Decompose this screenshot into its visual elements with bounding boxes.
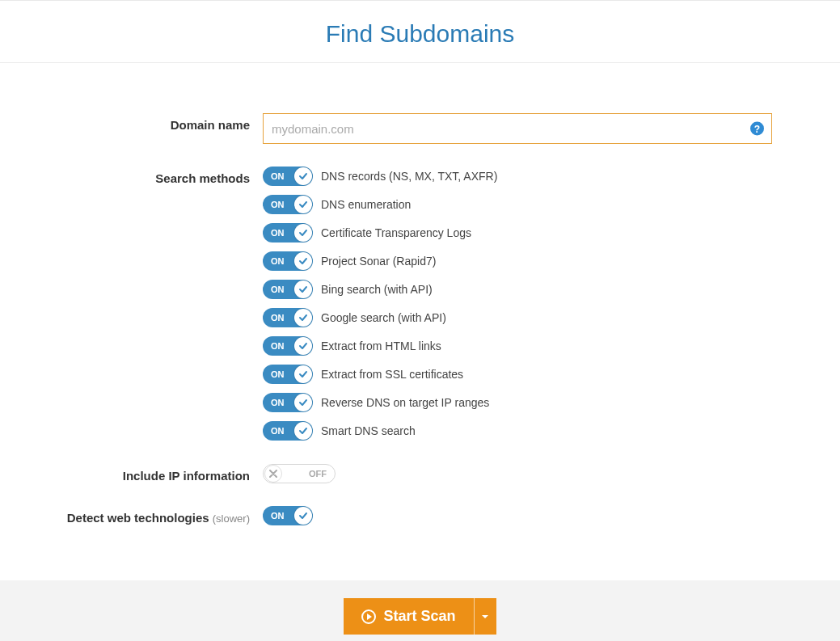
toggle-on-text: ON (271, 200, 285, 209)
method-toggle[interactable]: ON (263, 167, 313, 186)
start-scan-button[interactable]: Start Scan (344, 598, 473, 635)
check-icon (294, 365, 312, 383)
scan-dropdown-button[interactable] (474, 598, 496, 635)
page-header: Find Subdomains (0, 1, 840, 63)
method-line: ONCertificate Transparency Logs (263, 223, 775, 242)
method-line: ONReverse DNS on target IP ranges (263, 393, 775, 412)
check-icon (294, 309, 312, 327)
check-icon (294, 422, 312, 440)
method-line: ONExtract from SSL certificates (263, 365, 775, 384)
footer-bar: Start Scan Start or Schedule a scan (0, 580, 840, 641)
form: Domain name ? Search methods ONDNS recor… (0, 63, 840, 580)
method-toggle[interactable]: ON (263, 223, 313, 242)
method-label: Certificate Transparency Logs (321, 226, 471, 239)
method-toggle[interactable]: ON (263, 421, 313, 441)
toggle-on-text: ON (271, 256, 285, 266)
method-label: Extract from HTML links (321, 339, 441, 352)
include-ip-toggle[interactable]: OFF (263, 464, 336, 483)
search-methods-row: Search methods ONDNS records (NS, MX, TX… (65, 167, 775, 449)
method-line: ONDNS records (NS, MX, TXT, AXFR) (263, 167, 775, 186)
method-toggle[interactable]: ON (263, 336, 313, 356)
check-icon (294, 280, 312, 298)
method-toggle[interactable]: ON (263, 365, 313, 384)
toggle-on-text: ON (271, 313, 285, 323)
include-ip-row: Include IP information OFF (65, 464, 775, 483)
method-line: ONExtract from HTML links (263, 336, 775, 356)
domain-input[interactable] (263, 113, 772, 144)
scan-button-group: Start Scan (344, 598, 496, 635)
toggle-on-text: ON (271, 511, 285, 521)
detect-tech-toggle[interactable]: ON (263, 506, 313, 525)
x-icon (264, 465, 282, 483)
check-icon (294, 337, 312, 355)
method-toggle[interactable]: ON (263, 195, 313, 214)
domain-row: Domain name ? (65, 113, 775, 144)
method-toggle[interactable]: ON (263, 280, 313, 299)
method-label: DNS records (NS, MX, TXT, AXFR) (321, 170, 497, 183)
method-label: Smart DNS search (321, 424, 416, 437)
method-label: Reverse DNS on target IP ranges (321, 396, 489, 409)
method-line: ONGoogle search (with API) (263, 308, 775, 327)
toggle-on-text: ON (271, 369, 285, 379)
toggle-on-text: ON (271, 285, 285, 294)
check-icon (294, 196, 312, 213)
include-ip-label: Include IP information (65, 464, 263, 483)
check-icon (294, 252, 312, 270)
start-scan-label: Start Scan (383, 608, 455, 625)
check-icon (294, 507, 312, 525)
method-line: ONBing search (with API) (263, 280, 775, 299)
method-toggle[interactable]: ON (263, 393, 313, 412)
method-line: ONDNS enumeration (263, 195, 775, 214)
detect-tech-label: Detect web technologies (slower) (65, 506, 263, 525)
check-icon (294, 224, 312, 242)
methods-list: ONDNS records (NS, MX, TXT, AXFR)ONDNS e… (263, 167, 775, 449)
toggle-on-text: ON (271, 426, 285, 436)
help-icon[interactable]: ? (750, 122, 764, 136)
check-icon (294, 394, 312, 411)
method-line: ONSmart DNS search (263, 421, 775, 441)
detect-tech-row: Detect web technologies (slower) ON (65, 506, 775, 525)
method-label: Google search (with API) (321, 311, 446, 324)
search-methods-label: Search methods (65, 167, 263, 449)
caret-down-icon (481, 613, 489, 621)
method-toggle[interactable]: ON (263, 308, 313, 327)
toggle-on-text: ON (271, 398, 285, 407)
method-label: DNS enumeration (321, 198, 411, 211)
toggle-on-text: ON (271, 341, 285, 351)
detect-tech-hint: (slower) (213, 512, 250, 525)
play-icon (361, 609, 376, 624)
method-line: ONProject Sonar (Rapid7) (263, 251, 775, 271)
method-toggle[interactable]: ON (263, 251, 313, 271)
page-title: Find Subdomains (0, 20, 840, 48)
method-label: Bing search (with API) (321, 283, 433, 296)
method-label: Project Sonar (Rapid7) (321, 255, 436, 268)
method-label: Extract from SSL certificates (321, 368, 463, 381)
toggle-on-text: ON (271, 228, 285, 238)
toggle-off-text: OFF (309, 469, 327, 479)
check-icon (294, 167, 312, 185)
toggle-on-text: ON (271, 171, 285, 181)
domain-label: Domain name (65, 113, 263, 144)
